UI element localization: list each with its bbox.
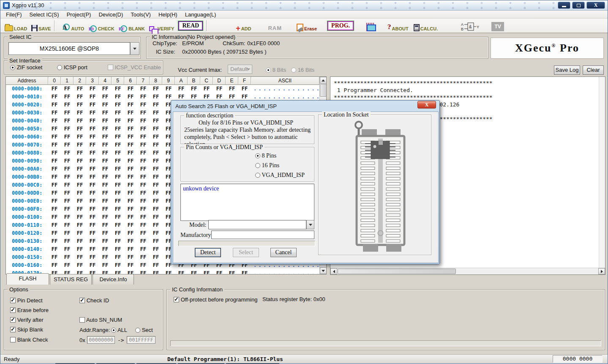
hex-byte-cell[interactable]: FF <box>86 117 99 125</box>
hex-byte-cell[interactable]: FF <box>124 165 137 173</box>
hex-byte-cell[interactable]: FF <box>99 125 112 133</box>
hex-byte-cell[interactable]: FF <box>200 269 213 274</box>
hex-byte-cell[interactable]: FF <box>48 205 61 213</box>
hex-byte-cell[interactable]: FF <box>61 141 74 149</box>
hex-byte-cell[interactable]: FF <box>150 253 162 261</box>
blank-button[interactable]: FFBLANK <box>119 20 145 31</box>
hex-byte-cell[interactable]: FF <box>213 85 226 93</box>
detect-result-listbox[interactable]: unkown device <box>180 184 314 221</box>
hex-byte-cell[interactable]: FF <box>86 205 99 213</box>
hex-byte-cell[interactable]: FF <box>124 261 137 269</box>
hex-byte-cell[interactable]: FF <box>99 165 112 173</box>
hex-byte-cell[interactable]: FF <box>112 237 124 245</box>
menu-device[interactable]: Device(D) <box>95 11 127 19</box>
hex-byte-cell[interactable]: FF <box>61 181 74 189</box>
hex-byte-cell[interactable]: FF <box>74 93 86 101</box>
hex-byte-cell[interactable]: FF <box>48 213 61 221</box>
hex-byte-cell[interactable]: FF <box>48 229 61 237</box>
hex-byte-cell[interactable]: FF <box>112 173 124 181</box>
vga-hdmi-isp-radio[interactable]: VGA_HDMI_ISP <box>255 172 305 179</box>
range-end-field[interactable]: 001FFFFF <box>127 336 155 344</box>
hex-byte-cell[interactable]: FF <box>61 237 74 245</box>
add-button[interactable]: +ADD <box>236 20 251 31</box>
hex-byte-cell[interactable]: FF <box>124 157 137 165</box>
hex-byte-cell[interactable]: FF <box>137 181 150 189</box>
hex-byte-cell[interactable]: FF <box>124 237 137 245</box>
hex-byte-cell[interactable]: FF <box>99 221 112 229</box>
hex-byte-cell[interactable]: FF <box>137 197 150 205</box>
tab-status-reg[interactable]: STATUS REG <box>50 274 92 285</box>
hex-byte-cell[interactable]: FF <box>74 109 86 117</box>
hex-byte-cell[interactable]: FF <box>150 261 162 269</box>
hex-byte-cell[interactable]: FF <box>99 197 112 205</box>
hex-byte-cell[interactable]: FF <box>86 109 99 117</box>
blank-check-checkbox[interactable]: Blank Check <box>10 337 48 343</box>
hex-byte-cell[interactable]: FF <box>150 109 162 117</box>
hex-byte-cell[interactable]: FF <box>112 141 124 149</box>
load-button[interactable]: LOAD <box>5 20 27 31</box>
hex-byte-cell[interactable]: FF <box>124 245 137 253</box>
hex-byte-cell[interactable]: FF <box>48 245 61 253</box>
hex-byte-cell[interactable]: FF <box>112 157 124 165</box>
hex-byte-cell[interactable]: FF <box>61 253 74 261</box>
hex-byte-cell[interactable]: FF <box>61 197 74 205</box>
hex-byte-cell[interactable]: FF <box>74 173 86 181</box>
hex-byte-cell[interactable]: FF <box>48 173 61 181</box>
hex-byte-cell[interactable]: FF <box>124 229 137 237</box>
select-ic-dropdown-button[interactable] <box>130 42 139 55</box>
hex-byte-cell[interactable]: FF <box>124 125 137 133</box>
hex-byte-cell[interactable]: FF <box>112 85 124 93</box>
hex-byte-cell[interactable]: FF <box>112 205 124 213</box>
auto-button[interactable]: AAUTO <box>63 20 84 31</box>
hex-byte-cell[interactable]: FF <box>86 197 99 205</box>
hex-byte-cell[interactable]: FF <box>74 101 86 109</box>
save-button[interactable]: SAVE <box>31 20 51 31</box>
tab-flash[interactable]: FLASH <box>6 273 49 285</box>
hex-byte-cell[interactable]: FF <box>124 221 137 229</box>
hex-byte-cell[interactable]: FF <box>175 85 188 93</box>
hex-byte-cell[interactable]: FF <box>99 85 112 93</box>
hex-byte-cell[interactable]: FF <box>86 173 99 181</box>
hex-byte-cell[interactable]: FF <box>150 245 162 253</box>
hex-byte-cell[interactable]: FF <box>48 101 61 109</box>
hex-byte-cell[interactable]: FF <box>162 269 175 274</box>
hex-byte-cell[interactable]: FF <box>99 109 112 117</box>
hex-byte-cell[interactable]: FF <box>124 85 137 93</box>
icsp-port-radio[interactable]: ICSP port <box>57 64 87 71</box>
hex-byte-cell[interactable]: FF <box>99 101 112 109</box>
scroll-thumb[interactable] <box>338 269 456 274</box>
hex-byte-cell[interactable]: FF <box>124 93 137 101</box>
hex-byte-cell[interactable]: FF <box>74 229 86 237</box>
hex-byte-cell[interactable]: FF <box>226 85 238 93</box>
hex-byte-cell[interactable]: FF <box>124 197 137 205</box>
hex-byte-cell[interactable]: FF <box>137 133 150 141</box>
hex-byte-cell[interactable]: FF <box>137 237 150 245</box>
model-combobox[interactable] <box>208 220 306 229</box>
hex-byte-cell[interactable]: FF <box>48 109 61 117</box>
hex-byte-cell[interactable]: FF <box>188 85 200 93</box>
hex-byte-cell[interactable]: FF <box>48 165 61 173</box>
hex-byte-cell[interactable]: FF <box>74 165 86 173</box>
hex-byte-cell[interactable]: FF <box>137 157 150 165</box>
hex-byte-cell[interactable]: FF <box>61 189 74 197</box>
hex-byte-cell[interactable]: FF <box>150 165 162 173</box>
hex-byte-cell[interactable]: FF <box>124 117 137 125</box>
hex-byte-cell[interactable]: FF <box>99 93 112 101</box>
bits16-radio[interactable]: 16 Bits <box>291 67 314 73</box>
hex-byte-cell[interactable]: FF <box>61 261 74 269</box>
hex-byte-cell[interactable]: FF <box>150 141 162 149</box>
erase-button[interactable]: Erase <box>297 20 317 31</box>
chip-tool-button[interactable] <box>366 20 375 31</box>
hex-byte-cell[interactable]: FF <box>112 181 124 189</box>
hex-byte-cell[interactable]: FF <box>74 133 86 141</box>
hex-byte-cell[interactable]: FF <box>48 125 61 133</box>
verify-button[interactable]: VERIFY <box>149 20 174 31</box>
hex-byte-cell[interactable]: FF <box>86 141 99 149</box>
hex-byte-cell[interactable]: FF <box>74 221 86 229</box>
hex-byte-cell[interactable]: FF <box>99 213 112 221</box>
hex-byte-cell[interactable]: FF <box>74 157 86 165</box>
hex-byte-cell[interactable]: FF <box>137 261 150 269</box>
hex-byte-cell[interactable]: FF <box>162 85 175 93</box>
hex-byte-cell[interactable]: FF <box>74 141 86 149</box>
scroll-up-button[interactable] <box>320 77 327 84</box>
